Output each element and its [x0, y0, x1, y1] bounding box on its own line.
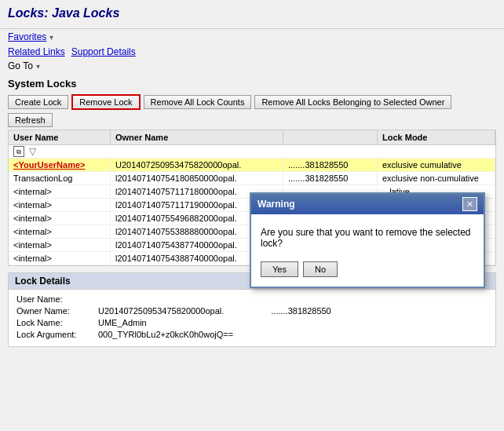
dialog-title: Warning [257, 199, 295, 210]
dialog-close-button[interactable]: ✕ [462, 197, 477, 211]
dialog-body: Are you sure that you want to remove the… [251, 214, 484, 255]
dialog-title-bar: Warning ✕ [251, 194, 484, 214]
dialog-yes-button[interactable]: Yes [261, 261, 298, 277]
dialog-message: Are you sure that you want to remove the… [261, 227, 470, 249]
dialog-buttons: Yes No [251, 255, 484, 287]
warning-dialog: Warning ✕ Are you sure that you want to … [250, 192, 485, 288]
dialog-overlay: Warning ✕ Are you sure that you want to … [0, 0, 504, 431]
dialog-no-button[interactable]: No [303, 261, 338, 277]
